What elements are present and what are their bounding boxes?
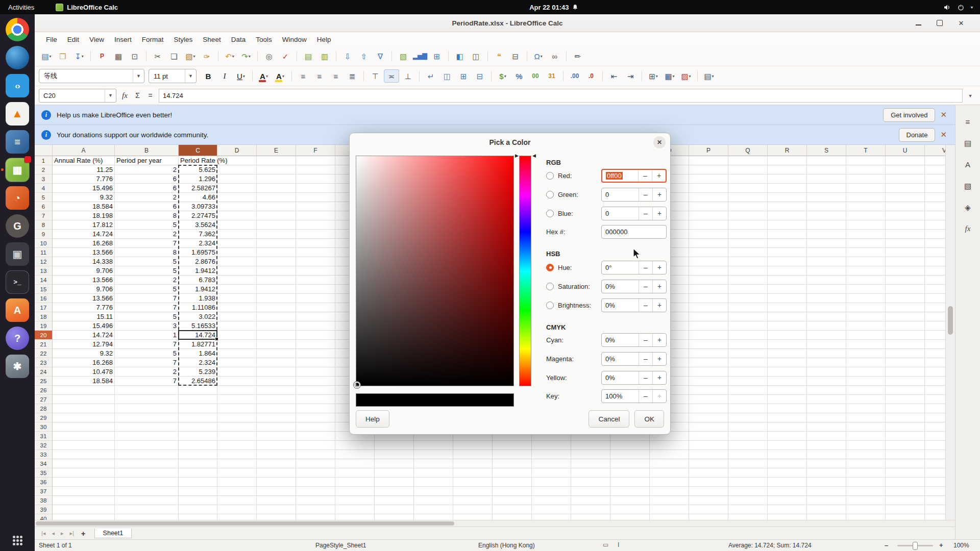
styles-deck-icon[interactable]: A bbox=[960, 157, 975, 172]
magenta-increment-button[interactable]: + bbox=[652, 353, 666, 365]
cell-R12[interactable] bbox=[768, 257, 807, 266]
cell-Q39[interactable] bbox=[728, 505, 768, 514]
brightness-increment-button[interactable]: + bbox=[652, 299, 666, 312]
cell-R7[interactable] bbox=[768, 211, 807, 220]
delete-decimal-place-button[interactable]: .0 bbox=[583, 69, 599, 83]
cancel-button[interactable]: Cancel bbox=[589, 410, 629, 428]
cell-P18[interactable] bbox=[689, 312, 728, 321]
cell-K39[interactable] bbox=[493, 505, 532, 514]
cut-button[interactable]: ✂ bbox=[150, 49, 165, 63]
cell-D11[interactable] bbox=[217, 248, 257, 257]
cell-Q27[interactable] bbox=[728, 395, 768, 404]
cell-A10[interactable]: 16.268 bbox=[53, 239, 115, 248]
cell-F4[interactable] bbox=[296, 184, 335, 193]
cell-U12[interactable] bbox=[886, 257, 925, 266]
cell-U39[interactable] bbox=[886, 505, 925, 514]
cell-E32[interactable] bbox=[257, 441, 296, 450]
cell-G40[interactable] bbox=[335, 514, 375, 520]
window-titlebar[interactable]: PeriodRate.xlsx - LibreOffice Calc ✕ bbox=[35, 14, 980, 32]
cell-V26[interactable] bbox=[925, 386, 945, 395]
cell-U1[interactable] bbox=[886, 156, 925, 165]
cell-M37[interactable] bbox=[571, 487, 610, 496]
cell-V6[interactable] bbox=[925, 202, 945, 211]
cell-U15[interactable] bbox=[886, 285, 925, 294]
cell-B24[interactable]: 2 bbox=[115, 367, 179, 377]
cell-S25[interactable] bbox=[807, 377, 846, 386]
yellow-field[interactable]: 0%–+ bbox=[601, 371, 667, 385]
cell-S9[interactable] bbox=[807, 230, 846, 239]
cell-H36[interactable] bbox=[375, 478, 414, 487]
menu-help[interactable]: Help bbox=[312, 34, 336, 45]
cell-B28[interactable] bbox=[115, 404, 179, 413]
dialog-close-button[interactable]: ✕ bbox=[653, 136, 666, 148]
cell-A25[interactable]: 18.584 bbox=[53, 377, 115, 386]
cell-C37[interactable] bbox=[179, 487, 217, 496]
cell-K36[interactable] bbox=[493, 478, 532, 487]
cell-Q29[interactable] bbox=[728, 413, 768, 422]
insert-hyperlink-button[interactable]: ∞ bbox=[547, 49, 562, 63]
conditional-formatting-button[interactable]: ▤▾ bbox=[701, 69, 717, 83]
cell-T36[interactable] bbox=[846, 478, 886, 487]
cell-S13[interactable] bbox=[807, 266, 846, 276]
cell-J37[interactable] bbox=[453, 487, 493, 496]
cell-D21[interactable] bbox=[217, 340, 257, 349]
cell-S8[interactable] bbox=[807, 220, 846, 230]
cell-I37[interactable] bbox=[414, 487, 453, 496]
row-header-26[interactable]: 26 bbox=[35, 386, 53, 395]
cell-F30[interactable] bbox=[296, 422, 335, 432]
cell-R26[interactable] bbox=[768, 386, 807, 395]
cell-O36[interactable] bbox=[650, 478, 689, 487]
cell-S7[interactable] bbox=[807, 211, 846, 220]
get-involved-button[interactable]: Get involved bbox=[883, 108, 935, 122]
cell-F17[interactable] bbox=[296, 303, 335, 312]
cell-S6[interactable] bbox=[807, 202, 846, 211]
format-as-date-button[interactable]: 31 bbox=[544, 69, 559, 83]
red-field[interactable]: 0ff00–+ bbox=[601, 169, 667, 183]
chevron-down-icon[interactable]: ▼ bbox=[133, 69, 144, 83]
cell-F5[interactable] bbox=[296, 193, 335, 202]
red-decrement-button[interactable]: – bbox=[638, 170, 652, 182]
cell-L34[interactable] bbox=[532, 459, 571, 468]
cell-B36[interactable] bbox=[115, 478, 179, 487]
column-header-U[interactable]: U bbox=[886, 145, 925, 156]
cell-Q1[interactable] bbox=[728, 156, 768, 165]
cell-B38[interactable] bbox=[115, 496, 179, 505]
row-header-21[interactable]: 21 bbox=[35, 340, 53, 349]
green-radio[interactable] bbox=[546, 191, 554, 198]
cell-E33[interactable] bbox=[257, 450, 296, 459]
cell-T13[interactable] bbox=[846, 266, 886, 276]
cell-T25[interactable] bbox=[846, 377, 886, 386]
cell-P37[interactable] bbox=[689, 487, 728, 496]
cell-C2[interactable]: 5.625 bbox=[179, 165, 217, 174]
cell-A2[interactable]: 11.25 bbox=[53, 165, 115, 174]
key-field[interactable]: 100%–+ bbox=[601, 389, 667, 403]
row-header-4[interactable]: 4 bbox=[35, 184, 53, 193]
cell-U27[interactable] bbox=[886, 395, 925, 404]
cell-E36[interactable] bbox=[257, 478, 296, 487]
cell-F38[interactable] bbox=[296, 496, 335, 505]
cell-H37[interactable] bbox=[375, 487, 414, 496]
font-name-combo[interactable]: 等线 ▼ bbox=[39, 69, 144, 83]
brightness-field[interactable]: 0%–+ bbox=[601, 298, 667, 312]
cell-P25[interactable] bbox=[689, 377, 728, 386]
cell-E30[interactable] bbox=[257, 422, 296, 432]
cell-V29[interactable] bbox=[925, 413, 945, 422]
cell-D34[interactable] bbox=[217, 459, 257, 468]
cell-S36[interactable] bbox=[807, 478, 846, 487]
column-header-P[interactable]: P bbox=[689, 145, 728, 156]
saturation-increment-button[interactable]: + bbox=[652, 280, 666, 293]
find-and-replace-button[interactable]: ◎ bbox=[261, 49, 277, 63]
close-infobar-icon[interactable]: ✕ bbox=[940, 110, 947, 119]
insert-image-button[interactable]: ▧ bbox=[396, 49, 411, 63]
cell-C5[interactable]: 4.66 bbox=[179, 193, 217, 202]
cell-V8[interactable] bbox=[925, 220, 945, 230]
column-header-F[interactable]: F bbox=[296, 145, 335, 156]
terminal-launcher[interactable]: >_ bbox=[6, 270, 29, 294]
cell-E24[interactable] bbox=[257, 367, 296, 377]
key-decrement-button[interactable]: – bbox=[639, 390, 652, 403]
cell-F15[interactable] bbox=[296, 285, 335, 294]
cell-Q15[interactable] bbox=[728, 285, 768, 294]
hex-field[interactable]: 000000 bbox=[601, 225, 667, 239]
cell-F23[interactable] bbox=[296, 358, 335, 367]
cell-F26[interactable] bbox=[296, 386, 335, 395]
